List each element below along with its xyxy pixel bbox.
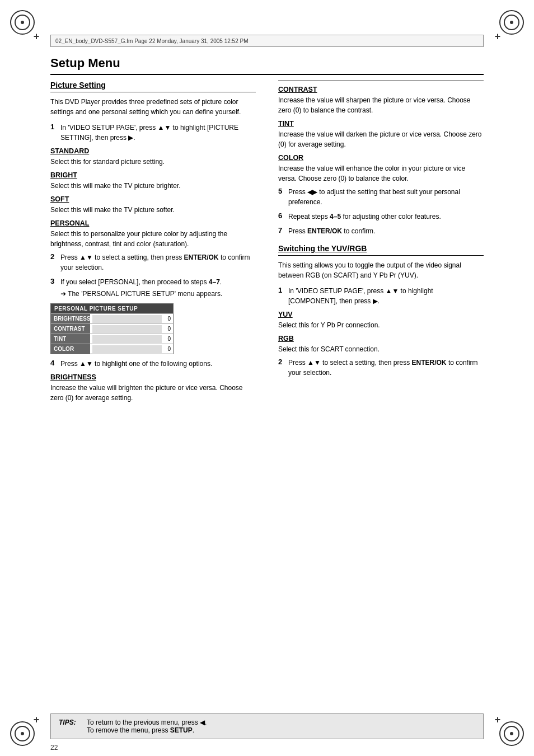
switch-step-1: 1 In 'VIDEO SETUP PAGE', press ▲▼ to hig… — [278, 286, 484, 306]
tips-line2: To remove the menu, press SETUP. — [87, 726, 194, 734]
switch-step-2-number: 2 — [278, 358, 285, 378]
step-2-number: 2 — [50, 252, 57, 273]
step-3-text: If you select [PERSONAL], then proceed t… — [60, 277, 256, 299]
step-6-bold: 4–5 — [330, 213, 341, 220]
switch-step-2-text: Press ▲▼ to select a setting, then press… — [288, 358, 484, 378]
table-tint-label: TINT — [51, 334, 90, 344]
table-row-tint: TINT 0 — [51, 334, 173, 344]
step-1: 1 In 'VIDEO SETUP PAGE', press ▲▼ to hig… — [50, 123, 256, 143]
reg-mark-tr — [492, 31, 503, 42]
step-2: 2 Press ▲▼ to select a setting, then pre… — [50, 252, 256, 273]
table-color-value: 0 — [164, 346, 173, 352]
step-4: 4 Press ▲▼ to highlight one of the follo… — [50, 359, 256, 369]
table-color-label: COLOR — [51, 344, 90, 354]
table-brightness-label: BRIGHTNESS — [51, 314, 90, 323]
step-2-text-before: Press ▲▼ to select a setting, then press — [60, 253, 184, 261]
page-number: 22 — [50, 744, 58, 752]
table-tint-value: 0 — [164, 336, 173, 342]
step-1-number: 1 — [50, 123, 57, 143]
tips-setup-bold: SETUP — [170, 726, 193, 734]
step-3-arrow: ➜ The 'PERSONAL PICTURE SETUP' menu appe… — [60, 289, 256, 299]
color-text: Increase the value will enhance the colo… — [278, 163, 484, 184]
table-row-color: COLOR 0 — [51, 344, 173, 354]
step-7: 7 Press ENTER/OK to confirm. — [278, 226, 484, 236]
step-7-number: 7 — [278, 226, 285, 236]
table-contrast-value: 0 — [164, 326, 173, 332]
color-label: COLOR — [278, 154, 484, 162]
soft-label: SOFT — [50, 195, 256, 203]
step-1-text: In 'VIDEO SETUP PAGE', press ▲▼ to highl… — [60, 123, 256, 143]
step-3-number: 3 — [50, 277, 57, 299]
step-3-bold: 4–7 — [209, 278, 220, 286]
rgb-label: RGB — [278, 335, 484, 342]
main-content: Setup Menu Picture Setting This DVD Play… — [50, 56, 484, 711]
tips-line1: To return to the previous menu, press ◀. — [87, 719, 207, 726]
brightness-label: BRIGHTNESS — [50, 373, 256, 381]
file-info-bar: 02_EN_body_DVD-S557_G.fm Page 22 Monday,… — [50, 35, 484, 47]
tint-label: TINT — [278, 120, 484, 128]
switch-step-1-text: In 'VIDEO SETUP PAGE', press ▲▼ to highl… — [288, 286, 484, 306]
bright-text: Select this will make the TV picture bri… — [50, 181, 256, 191]
standard-text: Select this for standard picture setting… — [50, 157, 256, 167]
switch-step-2: 2 Press ▲▼ to select a setting, then pre… — [278, 358, 484, 378]
two-column-layout: Picture Setting This DVD Player provides… — [50, 81, 484, 406]
step-6-number: 6 — [278, 212, 285, 222]
contrast-label: CONTRAST — [278, 86, 484, 93]
step-5-number: 5 — [278, 187, 285, 207]
step-5: 5 Press ◀▶ to adjust the setting that be… — [278, 187, 484, 207]
step-4-number: 4 — [50, 359, 57, 369]
step-2-text: Press ▲▼ to select a setting, then press… — [60, 252, 256, 273]
right-column: CONTRAST Increase the value will sharpen… — [278, 81, 484, 406]
table-brightness-bar — [92, 315, 162, 323]
brightness-text: Increase the value will brighten the pic… — [50, 383, 256, 403]
step-6-text-after: for adjusting other color features. — [341, 213, 441, 220]
step-3-text-before: If you select [PERSONAL], then proceed t… — [60, 278, 209, 286]
table-contrast-bar — [92, 325, 162, 333]
yuv-text: Select this for Y Pb Pr connection. — [278, 320, 484, 330]
table-brightness-value: 0 — [164, 316, 173, 322]
step-7-text: Press ENTER/OK to confirm. — [288, 226, 484, 236]
table-color-bar — [92, 345, 162, 353]
tips-text: To return to the previous menu, press ◀.… — [87, 719, 207, 734]
table-row-brightness: BRIGHTNESS 0 — [51, 313, 173, 323]
step-5-text: Press ◀▶ to adjust the setting that best… — [288, 187, 484, 207]
picture-setting-title: Picture Setting — [50, 81, 256, 92]
rgb-text: Select this for SCART connection. — [278, 344, 484, 354]
tips-label: TIPS: — [59, 719, 81, 726]
switch-step-2-text-before: Press ▲▼ to select a setting, then press — [288, 359, 412, 367]
table-row-contrast: CONTRAST 0 — [51, 323, 173, 334]
step-6: 6 Repeat steps 4–5 for adjusting other c… — [278, 212, 484, 222]
personal-label: PERSONAL — [50, 219, 256, 227]
right-divider-top — [278, 81, 484, 81]
switching-intro: This setting allows you to toggle the ou… — [278, 260, 484, 280]
switch-step-2-bold: ENTER/OK — [412, 359, 447, 367]
personal-text: Select this to personalize your picture … — [50, 229, 256, 249]
step-7-bold: ENTER/OK — [307, 227, 342, 235]
step-7-text-after: to confirm. — [342, 227, 375, 235]
picture-setup-table: PERSONAL PICTURE SETUP BRIGHTNESS 0 CONT… — [50, 303, 174, 354]
left-column: Picture Setting This DVD Player provides… — [50, 81, 256, 406]
reg-mark-br — [492, 714, 503, 725]
contrast-text: Increase the value will sharpen the pict… — [278, 95, 484, 115]
yuv-label: YUV — [278, 311, 484, 318]
switching-title: Switching the YUV/RGB — [278, 244, 484, 256]
step-7-text-before: Press — [288, 227, 307, 235]
switch-step-1-number: 1 — [278, 286, 285, 306]
reg-mark-bl — [31, 714, 42, 725]
step-4-text: Press ▲▼ to highlight one of the followi… — [60, 359, 256, 369]
step-3: 3 If you select [PERSONAL], then proceed… — [50, 277, 256, 299]
table-contrast-label: CONTRAST — [51, 324, 90, 334]
soft-text: Select this will make the TV picture sof… — [50, 205, 256, 215]
page-title: Setup Menu — [50, 56, 484, 75]
page-wrapper: 02_EN_body_DVD-S557_G.fm Page 22 Monday,… — [0, 0, 534, 756]
table-tint-bar — [92, 335, 162, 343]
step-6-text: Repeat steps 4–5 for adjusting other col… — [288, 212, 484, 222]
yuv-rgb-section: Switching the YUV/RGB This setting allow… — [278, 244, 484, 378]
step-3-text-after: . — [220, 278, 222, 286]
bright-label: BRIGHT — [50, 171, 256, 179]
tips-box: TIPS: To return to the previous menu, pr… — [50, 713, 484, 739]
picture-setting-intro: This DVD Player provides three predefine… — [50, 97, 256, 117]
table-title: PERSONAL PICTURE SETUP — [51, 304, 173, 313]
reg-mark-tl — [31, 31, 42, 42]
standard-label: STANDARD — [50, 147, 256, 155]
